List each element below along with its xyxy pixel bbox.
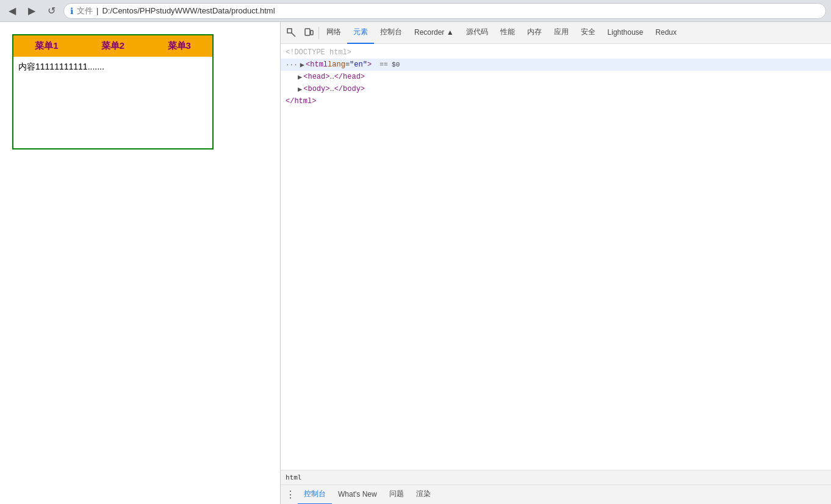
- svg-line-1: [292, 33, 295, 37]
- tab-security[interactable]: 安全: [575, 22, 602, 44]
- menu-item-1[interactable]: 菜单1: [13, 35, 80, 57]
- svg-rect-3: [311, 31, 313, 35]
- address-separator: |: [96, 6, 98, 15]
- bottom-tab-rendering[interactable]: 渲染: [410, 485, 437, 505]
- menu-item-3[interactable]: 菜单3: [146, 35, 212, 57]
- tab-network[interactable]: 网络: [320, 22, 347, 44]
- dots-icon: ⋮: [286, 489, 295, 500]
- html-arrow[interactable]: ▶: [300, 60, 304, 70]
- browser-viewport: 菜单1 菜单2 菜单3 内容11111111111.......: [0, 22, 281, 504]
- head-tag-line[interactable]: ▶ <head> … </head>: [281, 71, 831, 83]
- tab-elements[interactable]: 元素: [347, 22, 374, 44]
- back-button[interactable]: ◀: [5, 4, 20, 18]
- tab-lighthouse[interactable]: Lighthouse: [602, 22, 650, 44]
- device-icon-btn[interactable]: [300, 24, 317, 41]
- bottom-tab-whatsnew[interactable]: What's New: [332, 485, 383, 505]
- eq-text: == $0: [372, 61, 400, 68]
- bottom-tab-console[interactable]: 控制台: [298, 485, 332, 505]
- ellipsis-dots: ···: [286, 61, 298, 68]
- body-arrow[interactable]: ▶: [298, 85, 302, 94]
- device-icon: [304, 28, 314, 38]
- menu-table: 菜单1 菜单2 菜单3 内容11111111111.......: [12, 34, 214, 149]
- devtools-statusbar: html: [281, 470, 831, 484]
- menu-table-header: 菜单1 菜单2 菜单3: [13, 35, 212, 57]
- devtools-toolbar: 网络 元素 控制台 Recorder ▲ 源代码 性能 内存 应用: [281, 22, 831, 44]
- bottom-tab-issues[interactable]: 问题: [383, 485, 410, 505]
- doctype-text: <!DOCTYPE html>: [286, 48, 351, 57]
- browser-chrome: ◀ ▶ ↺ ℹ 文件 | D:/Centos/PHPstudyWWW/testD…: [0, 0, 831, 22]
- tab-performance[interactable]: 性能: [494, 22, 521, 44]
- content-text: 内容11111111111.......: [18, 62, 104, 71]
- menu-content: 内容11111111111.......: [13, 57, 212, 148]
- inspect-icon-btn[interactable]: [283, 24, 300, 41]
- devtools-bottom-tabs: ⋮ 控制台 What's New 问题 渲染: [281, 484, 831, 504]
- html-close-line: </html>: [281, 95, 831, 107]
- file-label: 文件: [77, 5, 93, 16]
- devtools-content: <!DOCTYPE html> ··· ▶ <html lang = "en" …: [281, 44, 831, 470]
- info-icon: ℹ: [70, 6, 73, 16]
- doctype-line: <!DOCTYPE html>: [281, 46, 831, 59]
- main-area: 菜单1 菜单2 菜单3 内容11111111111.......: [0, 22, 831, 504]
- tab-recorder[interactable]: Recorder ▲: [408, 22, 460, 44]
- menu-item-2[interactable]: 菜单2: [80, 35, 146, 57]
- tab-sources[interactable]: 源代码: [460, 22, 494, 44]
- head-arrow[interactable]: ▶: [298, 73, 302, 82]
- svg-rect-0: [287, 29, 292, 33]
- tab-application[interactable]: 应用: [548, 22, 575, 44]
- reload-button[interactable]: ↺: [44, 4, 59, 18]
- svg-rect-2: [305, 29, 310, 35]
- bottom-dots-btn[interactable]: ⋮: [283, 488, 298, 502]
- tab-console[interactable]: 控制台: [374, 22, 408, 44]
- forward-button[interactable]: ▶: [24, 4, 39, 18]
- html-tag-line[interactable]: ··· ▶ <html lang = "en" > == $0: [281, 59, 831, 71]
- html-close-tag: </html>: [286, 97, 316, 106]
- devtools-panel: 网络 元素 控制台 Recorder ▲ 源代码 性能 内存 应用: [281, 22, 831, 504]
- tab-redux[interactable]: Redux: [649, 22, 683, 44]
- divider: [318, 27, 319, 39]
- body-tag-line[interactable]: ▶ <body> … </body>: [281, 83, 831, 95]
- tab-memory[interactable]: 内存: [521, 22, 548, 44]
- address-bar[interactable]: ℹ 文件 | D:/Centos/PHPstudyWWW/testData/pr…: [63, 3, 826, 19]
- inspect-icon: [287, 28, 297, 38]
- url-text: D:/Centos/PHPstudyWWW/testData/product.h…: [102, 6, 275, 15]
- statusbar-text: html: [286, 473, 302, 481]
